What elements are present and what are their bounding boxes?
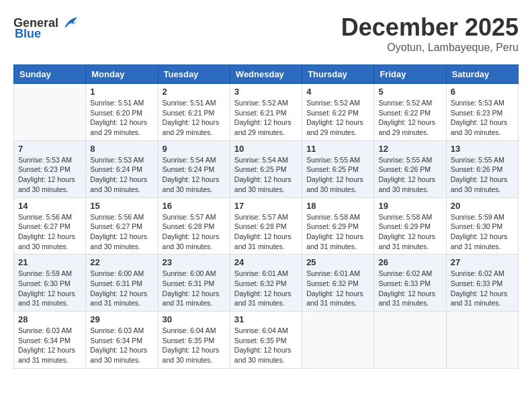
calendar-cell: 22Sunrise: 6:00 AM Sunset: 6:31 PM Dayli… [86, 255, 158, 312]
calendar-cell: 26Sunrise: 6:02 AM Sunset: 6:33 PM Dayli… [374, 255, 446, 312]
calendar-cell: 31Sunrise: 6:04 AM Sunset: 6:35 PM Dayli… [230, 312, 302, 369]
calendar-week-row: 14Sunrise: 5:56 AM Sunset: 6:27 PM Dayli… [14, 197, 519, 255]
weekday-header-saturday: Saturday [446, 65, 518, 84]
day-info: Sunrise: 5:53 AM Sunset: 6:24 PM Dayligh… [90, 155, 153, 195]
day-number: 26 [378, 257, 441, 267]
day-info: Sunrise: 5:52 AM Sunset: 6:21 PM Dayligh… [234, 98, 298, 138]
day-number: 21 [18, 257, 81, 267]
calendar-cell: 1Sunrise: 5:51 AM Sunset: 6:20 PM Daylig… [86, 84, 158, 141]
calendar-cell: 4Sunrise: 5:52 AM Sunset: 6:22 PM Daylig… [302, 84, 374, 141]
day-info: Sunrise: 5:57 AM Sunset: 6:28 PM Dayligh… [163, 212, 226, 252]
calendar-cell: 5Sunrise: 5:52 AM Sunset: 6:22 PM Daylig… [374, 84, 446, 141]
day-number: 11 [306, 144, 369, 154]
calendar-cell: 29Sunrise: 6:03 AM Sunset: 6:34 PM Dayli… [86, 312, 158, 369]
day-info: Sunrise: 5:53 AM Sunset: 6:23 PM Dayligh… [18, 155, 81, 195]
day-info: Sunrise: 5:53 AM Sunset: 6:23 PM Dayligh… [451, 98, 514, 138]
day-info: Sunrise: 6:04 AM Sunset: 6:35 PM Dayligh… [234, 326, 298, 365]
day-number: 5 [378, 87, 441, 97]
day-info: Sunrise: 5:52 AM Sunset: 6:22 PM Dayligh… [306, 98, 369, 138]
day-number: 2 [163, 87, 226, 97]
calendar-cell: 6Sunrise: 5:53 AM Sunset: 6:23 PM Daylig… [446, 84, 518, 141]
day-number: 23 [163, 257, 226, 267]
calendar-cell: 15Sunrise: 5:56 AM Sunset: 6:27 PM Dayli… [86, 197, 158, 255]
day-number: 16 [163, 201, 226, 211]
day-number: 6 [451, 87, 514, 97]
calendar-cell: 27Sunrise: 6:02 AM Sunset: 6:33 PM Dayli… [446, 255, 518, 312]
calendar-cell: 10Sunrise: 5:54 AM Sunset: 6:25 PM Dayli… [230, 140, 302, 197]
calendar-week-row: 21Sunrise: 5:59 AM Sunset: 6:30 PM Dayli… [14, 255, 519, 312]
day-number: 18 [306, 201, 369, 211]
day-info: Sunrise: 5:55 AM Sunset: 6:26 PM Dayligh… [378, 155, 441, 195]
logo-bird-icon [60, 13, 79, 32]
day-info: Sunrise: 6:00 AM Sunset: 6:31 PM Dayligh… [163, 269, 226, 308]
calendar-cell: 13Sunrise: 5:55 AM Sunset: 6:26 PM Dayli… [446, 140, 518, 197]
day-info: Sunrise: 6:01 AM Sunset: 6:32 PM Dayligh… [234, 269, 298, 308]
day-number: 8 [90, 144, 153, 154]
day-number: 17 [234, 201, 298, 211]
calendar-cell: 25Sunrise: 6:01 AM Sunset: 6:32 PM Dayli… [302, 255, 374, 312]
calendar-cell: 20Sunrise: 5:59 AM Sunset: 6:30 PM Dayli… [446, 197, 518, 255]
calendar-cell: 8Sunrise: 5:53 AM Sunset: 6:24 PM Daylig… [86, 140, 158, 197]
day-number: 29 [90, 314, 153, 324]
day-info: Sunrise: 6:02 AM Sunset: 6:33 PM Dayligh… [451, 269, 514, 308]
day-number: 15 [90, 201, 153, 211]
weekday-header-tuesday: Tuesday [158, 65, 230, 84]
calendar-cell: 3Sunrise: 5:52 AM Sunset: 6:21 PM Daylig… [230, 84, 302, 141]
day-info: Sunrise: 6:02 AM Sunset: 6:33 PM Dayligh… [378, 269, 441, 308]
calendar-cell: 30Sunrise: 6:04 AM Sunset: 6:35 PM Dayli… [158, 312, 230, 369]
calendar-cell: 18Sunrise: 5:58 AM Sunset: 6:29 PM Dayli… [302, 197, 374, 255]
day-info: Sunrise: 6:03 AM Sunset: 6:34 PM Dayligh… [90, 326, 153, 365]
day-info: Sunrise: 5:51 AM Sunset: 6:20 PM Dayligh… [90, 98, 153, 138]
calendar-cell [14, 84, 86, 141]
day-info: Sunrise: 6:01 AM Sunset: 6:32 PM Dayligh… [306, 269, 369, 308]
day-info: Sunrise: 6:04 AM Sunset: 6:35 PM Dayligh… [163, 326, 226, 365]
day-number: 31 [234, 314, 298, 324]
day-number: 10 [234, 144, 298, 154]
day-number: 4 [306, 87, 369, 97]
day-info: Sunrise: 5:58 AM Sunset: 6:29 PM Dayligh… [306, 212, 369, 252]
calendar-cell: 24Sunrise: 6:01 AM Sunset: 6:32 PM Dayli… [230, 255, 302, 312]
calendar-cell [374, 312, 446, 369]
day-info: Sunrise: 5:54 AM Sunset: 6:25 PM Dayligh… [234, 155, 298, 195]
weekday-header-row: SundayMondayTuesdayWednesdayThursdayFrid… [14, 65, 519, 84]
location-title: Oyotun, Lambayeque, Peru [341, 42, 519, 54]
page-header: General Blue December 2025 Oyotun, Lamba… [13, 13, 519, 54]
day-number: 9 [163, 144, 226, 154]
day-info: Sunrise: 5:57 AM Sunset: 6:28 PM Dayligh… [234, 212, 298, 252]
day-info: Sunrise: 5:59 AM Sunset: 6:30 PM Dayligh… [18, 269, 81, 308]
day-number: 12 [378, 144, 441, 154]
day-info: Sunrise: 5:52 AM Sunset: 6:22 PM Dayligh… [378, 98, 441, 138]
day-number: 25 [306, 257, 369, 267]
day-info: Sunrise: 5:55 AM Sunset: 6:25 PM Dayligh… [306, 155, 369, 195]
day-number: 3 [234, 87, 298, 97]
weekday-header-friday: Friday [374, 65, 446, 84]
day-number: 27 [451, 257, 514, 267]
calendar-cell: 19Sunrise: 5:58 AM Sunset: 6:29 PM Dayli… [374, 197, 446, 255]
month-title: December 2025 [341, 13, 519, 42]
day-number: 13 [451, 144, 514, 154]
weekday-header-thursday: Thursday [302, 65, 374, 84]
day-number: 1 [90, 87, 153, 97]
calendar-cell: 12Sunrise: 5:55 AM Sunset: 6:26 PM Dayli… [374, 140, 446, 197]
logo: General Blue [13, 13, 79, 41]
calendar-week-row: 1Sunrise: 5:51 AM Sunset: 6:20 PM Daylig… [14, 84, 519, 141]
weekday-header-wednesday: Wednesday [230, 65, 302, 84]
weekday-header-sunday: Sunday [14, 65, 86, 84]
calendar-table: SundayMondayTuesdayWednesdayThursdayFrid… [13, 64, 519, 369]
day-info: Sunrise: 6:00 AM Sunset: 6:31 PM Dayligh… [90, 269, 153, 308]
day-info: Sunrise: 5:56 AM Sunset: 6:27 PM Dayligh… [90, 212, 153, 252]
day-info: Sunrise: 5:58 AM Sunset: 6:29 PM Dayligh… [378, 212, 441, 252]
day-number: 19 [378, 201, 441, 211]
day-info: Sunrise: 5:55 AM Sunset: 6:26 PM Dayligh… [451, 155, 514, 195]
day-info: Sunrise: 6:03 AM Sunset: 6:34 PM Dayligh… [18, 326, 81, 365]
calendar-cell [302, 312, 374, 369]
calendar-cell: 2Sunrise: 5:51 AM Sunset: 6:21 PM Daylig… [158, 84, 230, 141]
day-info: Sunrise: 5:51 AM Sunset: 6:21 PM Dayligh… [163, 98, 226, 138]
day-number: 28 [18, 314, 81, 324]
calendar-cell: 11Sunrise: 5:55 AM Sunset: 6:25 PM Dayli… [302, 140, 374, 197]
logo-blue: Blue [15, 27, 41, 41]
calendar-week-row: 28Sunrise: 6:03 AM Sunset: 6:34 PM Dayli… [14, 312, 519, 369]
day-info: Sunrise: 5:56 AM Sunset: 6:27 PM Dayligh… [18, 212, 81, 252]
day-number: 7 [18, 144, 81, 154]
title-section: December 2025 Oyotun, Lambayeque, Peru [341, 13, 519, 54]
